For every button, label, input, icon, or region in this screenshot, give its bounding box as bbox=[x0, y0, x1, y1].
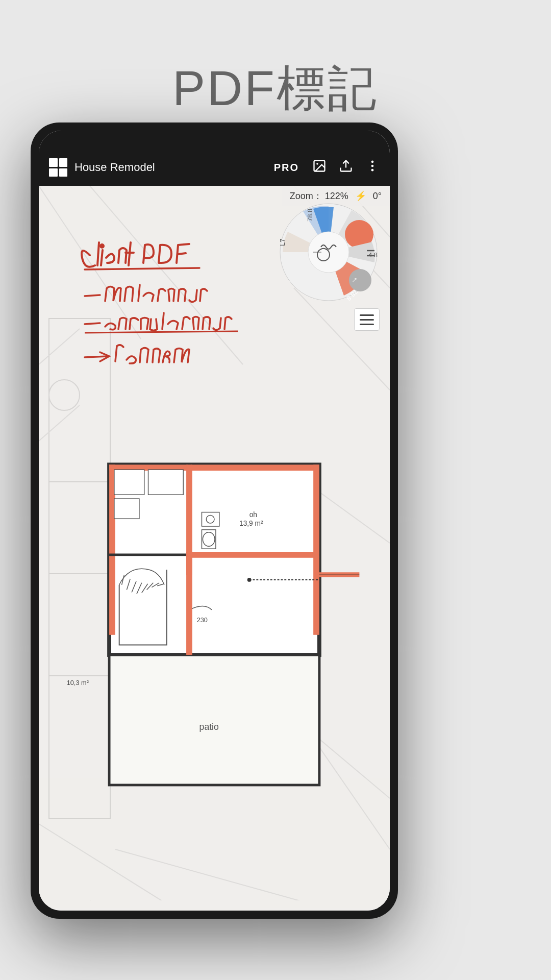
svg-line-41 bbox=[85, 268, 199, 270]
svg-line-42 bbox=[85, 295, 100, 296]
pro-badge: PRO bbox=[274, 162, 299, 174]
upload-icon[interactable] bbox=[339, 159, 353, 176]
svg-text:patio: patio bbox=[199, 722, 219, 732]
svg-line-39 bbox=[129, 242, 131, 265]
svg-line-43 bbox=[85, 323, 100, 324]
svg-rect-84 bbox=[186, 555, 192, 655]
hamburger-line-3 bbox=[360, 324, 374, 325]
phone-frame: House Remodel PRO bbox=[31, 122, 398, 919]
svg-point-82 bbox=[203, 532, 215, 546]
svg-line-36 bbox=[97, 242, 99, 265]
svg-rect-65 bbox=[148, 470, 184, 495]
svg-text:13,9 m²: 13,9 m² bbox=[239, 520, 263, 527]
svg-point-1 bbox=[316, 163, 318, 165]
svg-text:oh: oh bbox=[249, 511, 257, 519]
svg-text:230: 230 bbox=[197, 616, 208, 624]
svg-rect-66 bbox=[114, 499, 139, 519]
svg-text:4·8: 4·8 bbox=[368, 251, 378, 259]
menu-button[interactable] bbox=[354, 308, 380, 331]
svg-point-3 bbox=[371, 161, 374, 163]
svg-line-45 bbox=[85, 356, 108, 357]
status-bar bbox=[39, 131, 390, 149]
more-icon[interactable] bbox=[365, 159, 380, 176]
zoom-label: Zoom： bbox=[290, 191, 322, 201]
svg-text:L7: L7 bbox=[279, 239, 286, 246]
svg-rect-49 bbox=[313, 464, 319, 634]
svg-line-37 bbox=[101, 250, 103, 265]
app-toolbar: House Remodel PRO bbox=[39, 149, 390, 186]
content-area: Zoom： 122% ⚡ 0° bbox=[39, 186, 390, 911]
svg-rect-64 bbox=[114, 470, 144, 495]
svg-text:10,3 m²: 10,3 m² bbox=[67, 679, 89, 687]
radial-menu[interactable]: → 78.8 78.8 4·8 L7 bbox=[278, 201, 380, 303]
svg-rect-53 bbox=[186, 552, 319, 558]
zoom-snap: ⚡ bbox=[355, 191, 366, 201]
zoom-value: 122% bbox=[325, 191, 348, 201]
svg-point-4 bbox=[371, 165, 374, 167]
image-icon[interactable] bbox=[312, 159, 327, 176]
page-background-title: PDF標記 bbox=[0, 56, 551, 122]
svg-rect-74 bbox=[109, 655, 319, 785]
phone-screen: House Remodel PRO bbox=[39, 131, 390, 911]
svg-point-80 bbox=[206, 515, 214, 523]
app-title: House Remodel bbox=[74, 161, 267, 174]
svg-line-44 bbox=[85, 331, 238, 333]
zoom-rotation: 0° bbox=[373, 191, 382, 201]
toolbar-icons bbox=[312, 159, 380, 176]
floorplan-area: oh 13,9 m² sl 3,9 m² oh 6,7 m² 230 bbox=[59, 380, 369, 880]
app-logo bbox=[49, 158, 67, 177]
svg-point-38 bbox=[101, 244, 104, 248]
svg-point-5 bbox=[371, 169, 374, 172]
svg-text:78.8: 78.8 bbox=[306, 209, 314, 222]
hamburger-line-2 bbox=[360, 319, 374, 321]
hamburger-line-1 bbox=[360, 314, 374, 316]
